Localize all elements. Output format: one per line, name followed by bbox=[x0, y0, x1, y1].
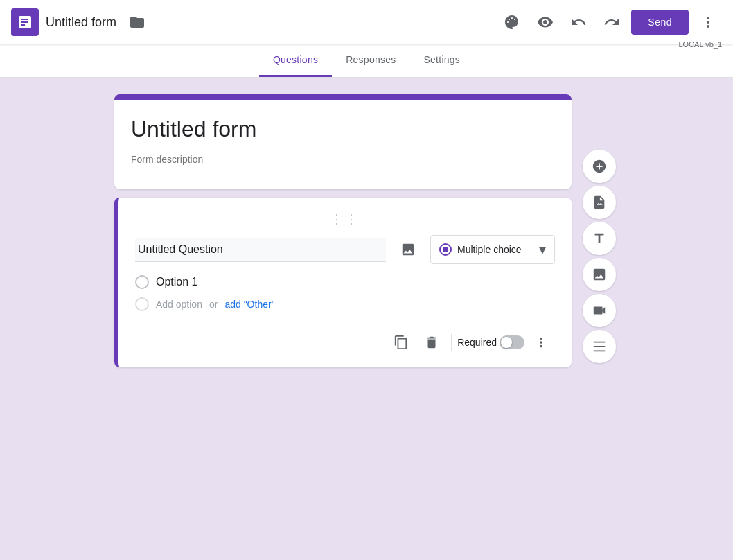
add-title-button[interactable] bbox=[583, 222, 616, 255]
tab-settings[interactable]: Settings bbox=[410, 44, 475, 77]
redo-icon bbox=[603, 14, 620, 30]
local-version-label: LOCAL vb_1 bbox=[678, 40, 722, 49]
add-question-button[interactable] bbox=[583, 150, 616, 183]
multiple-choice-radio-icon bbox=[439, 243, 452, 256]
topbar: Untitled form Send bbox=[0, 0, 733, 44]
toggle-knob bbox=[501, 337, 512, 348]
duplicate-button[interactable] bbox=[387, 329, 415, 356]
question-type-label: Multiple choice bbox=[457, 244, 522, 255]
add-image-button[interactable] bbox=[583, 258, 616, 291]
delete-button[interactable] bbox=[418, 329, 445, 356]
more-vert-icon bbox=[700, 14, 716, 30]
question-type-dropdown[interactable]: Multiple choice ▾ bbox=[430, 235, 555, 264]
image-icon bbox=[400, 242, 416, 257]
form-description-input[interactable] bbox=[131, 154, 555, 167]
add-option-button[interactable]: Add option bbox=[156, 299, 202, 310]
toolbar-divider bbox=[451, 334, 452, 351]
main-content: ⋮⋮ Multiple choice ▾ bbox=[0, 78, 733, 560]
option-row: Option 1 bbox=[135, 275, 555, 289]
card-bottom-toolbar: Required bbox=[135, 329, 555, 356]
topbar-left: Untitled form bbox=[11, 8, 151, 36]
copy-icon bbox=[394, 335, 409, 350]
add-option-or: or bbox=[209, 299, 218, 310]
more-vert-icon bbox=[533, 335, 549, 350]
section-icon bbox=[592, 339, 607, 354]
add-circle-icon bbox=[592, 159, 607, 174]
preview-icon bbox=[537, 14, 554, 30]
import-icon bbox=[592, 195, 607, 210]
sidebar bbox=[580, 150, 619, 543]
more-options-button[interactable] bbox=[694, 8, 722, 36]
add-section-button[interactable] bbox=[583, 330, 616, 363]
app-icon bbox=[11, 8, 39, 36]
video-icon bbox=[592, 303, 607, 318]
customize-theme-button[interactable] bbox=[498, 8, 526, 36]
redo-button[interactable] bbox=[598, 8, 626, 36]
radio-dot bbox=[443, 247, 448, 252]
question-card: ⋮⋮ Multiple choice ▾ bbox=[114, 198, 572, 367]
add-option-circle bbox=[135, 297, 149, 311]
question-top-row: Multiple choice ▾ bbox=[135, 235, 555, 264]
folder-icon bbox=[129, 14, 145, 30]
card-divider bbox=[135, 320, 555, 320]
undo-button[interactable] bbox=[565, 8, 592, 36]
required-toggle[interactable] bbox=[500, 335, 524, 349]
insert-image-button[interactable] bbox=[394, 236, 422, 263]
chevron-down-icon: ▾ bbox=[539, 241, 546, 258]
form-title-input[interactable] bbox=[131, 116, 555, 146]
option-1-label: Option 1 bbox=[156, 276, 197, 288]
add-other-button[interactable]: add "Other" bbox=[224, 299, 274, 310]
form-area: ⋮⋮ Multiple choice ▾ bbox=[114, 94, 572, 543]
preview-button[interactable] bbox=[531, 8, 559, 36]
title-icon bbox=[592, 231, 607, 246]
send-button[interactable]: Send bbox=[631, 10, 689, 35]
tabs-bar: Questions Responses Settings bbox=[0, 44, 733, 78]
delete-icon bbox=[424, 335, 439, 350]
question-type-inner: Multiple choice bbox=[439, 243, 522, 256]
palette-icon bbox=[504, 14, 520, 30]
required-label: Required bbox=[457, 337, 497, 348]
add-option-row: Add option or add "Other" bbox=[135, 297, 555, 311]
topbar-right: Send bbox=[498, 8, 722, 36]
question-more-button[interactable] bbox=[527, 329, 555, 356]
forms-icon bbox=[17, 14, 33, 30]
import-questions-button[interactable] bbox=[583, 186, 616, 219]
folder-button[interactable] bbox=[123, 8, 151, 36]
undo-icon bbox=[570, 14, 587, 30]
tab-responses[interactable]: Responses bbox=[332, 44, 409, 77]
drag-handle[interactable]: ⋮⋮ bbox=[135, 211, 555, 227]
form-header-card bbox=[114, 94, 572, 189]
option-radio-circle bbox=[135, 275, 149, 289]
add-video-button[interactable] bbox=[583, 294, 616, 327]
form-title: Untitled form bbox=[46, 15, 116, 30]
tab-questions[interactable]: Questions bbox=[259, 44, 332, 77]
add-image-icon bbox=[592, 267, 607, 282]
question-title-input[interactable] bbox=[135, 238, 386, 262]
